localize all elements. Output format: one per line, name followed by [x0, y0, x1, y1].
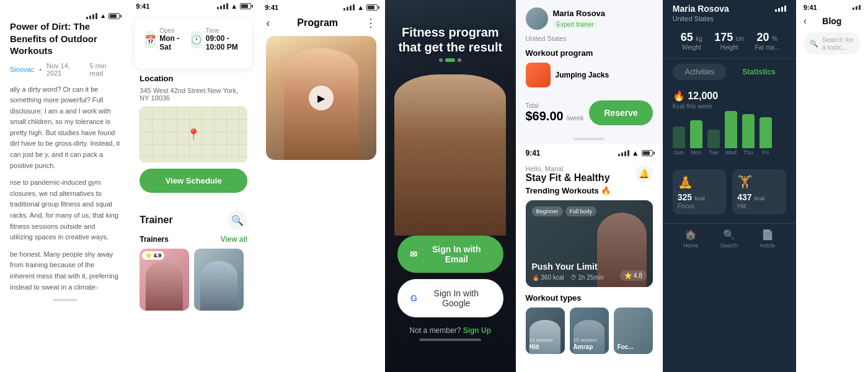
- blog2-panel: 9:41 ‹ Blog 🔍 Search for a topic...: [796, 0, 868, 372]
- status-bar: 9:41 ▲: [130, 0, 257, 12]
- blog2-time: 9:41: [804, 4, 817, 11]
- more-options-button[interactable]: ⋮: [365, 16, 376, 30]
- trainer-section: Trainer 🔍 Trainers View all ⭐ 4.9: [130, 205, 257, 372]
- nav-search[interactable]: 🔍 Search: [720, 229, 738, 249]
- stats-tabs: Activities Statistics: [663, 59, 796, 85]
- hello-time: 9:41: [526, 149, 541, 157]
- view-all-link[interactable]: View all: [220, 235, 247, 244]
- signin-buttons: ✉ Sign In with Email G Sign In with Goog…: [385, 236, 515, 341]
- trainer-profile: Maria Rosova Expert trainer: [526, 7, 653, 30]
- scroll-indicator: [53, 299, 78, 301]
- back-button[interactable]: ‹: [804, 16, 807, 27]
- program-status-bar: 9:41 ▲: [257, 0, 385, 14]
- nav-home[interactable]: 🏠 Home: [683, 229, 698, 249]
- wifi-icon: ▲: [231, 2, 237, 10]
- program-time: 9:41: [265, 4, 278, 11]
- hello-content: Hello, Marial Stay Fit & Healthy 🔔 Trend…: [516, 160, 663, 359]
- search-placeholder: Search for a topic...: [822, 36, 854, 51]
- fat-metric: 20 % Fat ma...: [748, 31, 786, 51]
- bottom-nav: 🏠 Home 🔍 Search 📄 Article: [663, 223, 796, 254]
- activity-hiit: 🏋️ 437 kcal Hiit: [732, 169, 786, 215]
- google-icon: G: [410, 293, 417, 303]
- height-metric: 175 cm Height: [711, 31, 748, 51]
- stats-country: United States: [663, 15, 796, 26]
- article-body: ally a dirty word? Or can it be somethin…: [10, 84, 120, 293]
- activity-focus: 🧘 325 kcal Focus: [673, 169, 726, 215]
- scroll-indicator: [574, 138, 604, 140]
- kcal-stat: 🔥 360 kcal: [532, 274, 564, 281]
- signal-icon: [618, 150, 629, 156]
- email-icon: ✉: [410, 249, 417, 259]
- trending-card[interactable]: Beginner Full body Push Your Limit 🔥 360…: [526, 200, 653, 287]
- hello-name: Stay Fit & Healthy: [526, 172, 610, 184]
- signin-content: Fitness program that get the result: [385, 25, 515, 67]
- workout-type-cards: 12 session Hiit 15 session Amrap Foc...: [526, 308, 653, 354]
- time-label: 9:41: [136, 2, 149, 10]
- signal-icon: [86, 13, 97, 19]
- signal-icon: [217, 3, 228, 9]
- trainer-header: Trainer 🔍: [140, 210, 247, 230]
- stats-name: Maria Rosova: [673, 4, 729, 14]
- sign-in-google-button[interactable]: G Sign In with Google: [397, 279, 503, 317]
- trainer-card-1[interactable]: ⭐ 4.9: [140, 249, 189, 311]
- trending-rating: ⭐ 4.8: [620, 270, 647, 281]
- battery-icon: [240, 3, 251, 9]
- time-item: 🕐 Time 09:00 - 10:00 PM: [191, 27, 242, 51]
- wifi-icon: ▲: [100, 12, 106, 19]
- workout-type-hiit[interactable]: 12 session Hiit: [526, 308, 565, 354]
- back-button[interactable]: ‹: [266, 17, 270, 30]
- open-days-item: 📅 Open Mon - Sat: [144, 27, 181, 51]
- workout-item: Jumping Jacks: [526, 63, 653, 87]
- bar-fri: Fri: [760, 117, 772, 156]
- read-time: 5 min read: [89, 62, 120, 77]
- program-image: ▶: [266, 36, 376, 160]
- play-button[interactable]: ▶: [309, 86, 334, 110]
- workout-thumbnail: [526, 63, 551, 87]
- blog2-title: Blog: [822, 16, 841, 26]
- blog2-search[interactable]: 🔍 Search for a topic...: [804, 32, 861, 55]
- wifi-icon: ▲: [632, 149, 639, 157]
- workout-type-focus[interactable]: Foc...: [614, 308, 653, 354]
- trainer-card-2[interactable]: [194, 249, 244, 311]
- price-reserve-section: Total $69.00 /week Reserve: [526, 94, 653, 131]
- trainer-location: United States: [526, 35, 653, 42]
- map-placeholder: 📍: [140, 107, 247, 162]
- location-section: Location 345 West 42nd Street New York, …: [130, 74, 257, 205]
- kcal-section: 🔥 12,000 Kcal this week Sun Mon Tue Wed: [663, 85, 796, 163]
- search-icon: 🔍: [810, 40, 818, 48]
- hello-panel: 9:41 ▲ Hello, Marial Stay Fit & Healthy …: [516, 144, 663, 372]
- view-schedule-button[interactable]: View Schedule: [140, 169, 247, 193]
- hello-status-bar: 9:41 ▲: [516, 144, 663, 160]
- bar-tue: Tue: [707, 130, 720, 156]
- search-button[interactable]: 🔍: [228, 210, 247, 230]
- blog-panel: ▲ Power of Dirt: The Benefits of Outdoor…: [0, 0, 130, 372]
- schedule-panel: 9:41 ▲ 📅 Open Mon - Sat 🕐: [130, 0, 257, 372]
- trending-label: Trending Workouts 🔥: [526, 186, 653, 195]
- progress-dots: [397, 58, 503, 62]
- nav-article[interactable]: 📄 Article: [760, 229, 775, 249]
- trainer-rating-1: ⭐ 4.9: [142, 251, 164, 260]
- signin-panel: Fitness program that get the result ✉ Si…: [385, 0, 515, 372]
- dot-2: [445, 58, 455, 62]
- wifi-icon: ▲: [357, 4, 364, 11]
- clock-icon: 🕐: [191, 31, 202, 48]
- article-title: Power of Dirt: The Benefits of Outdoor W…: [10, 20, 120, 57]
- signup-link[interactable]: Sign Up: [463, 326, 491, 335]
- article-icon: 📄: [761, 229, 774, 241]
- trending-info: Push Your Limit 🔥 360 kcal ⏱ 1h 25min: [532, 262, 604, 281]
- kcal-value: 🔥 12,000: [673, 90, 786, 102]
- article-meta: Sinovac • Nov 14, 2021 5 min read: [10, 62, 120, 77]
- home-indicator: [419, 339, 481, 341]
- signal-icon: [343, 4, 355, 11]
- tab-statistics[interactable]: Statistics: [732, 64, 786, 80]
- blog2-header: ‹ Blog: [796, 12, 868, 30]
- trainer-info: Maria Rosova Expert trainer: [553, 9, 606, 29]
- workout-top: Maria Rosova Expert trainer United State…: [516, 0, 663, 144]
- tab-activities[interactable]: Activities: [673, 64, 727, 80]
- stats-metrics: 65 kg Weight 175 cm Height 20 % Fat ma..…: [663, 26, 796, 59]
- sign-in-email-button[interactable]: ✉ Sign In with Email: [397, 236, 503, 273]
- workout-type-amrap[interactable]: 15 session Amrap: [570, 308, 609, 354]
- reserve-button[interactable]: Reserve: [589, 100, 653, 125]
- bell-icon[interactable]: 🔔: [636, 165, 653, 182]
- battery-icon: [366, 4, 378, 11]
